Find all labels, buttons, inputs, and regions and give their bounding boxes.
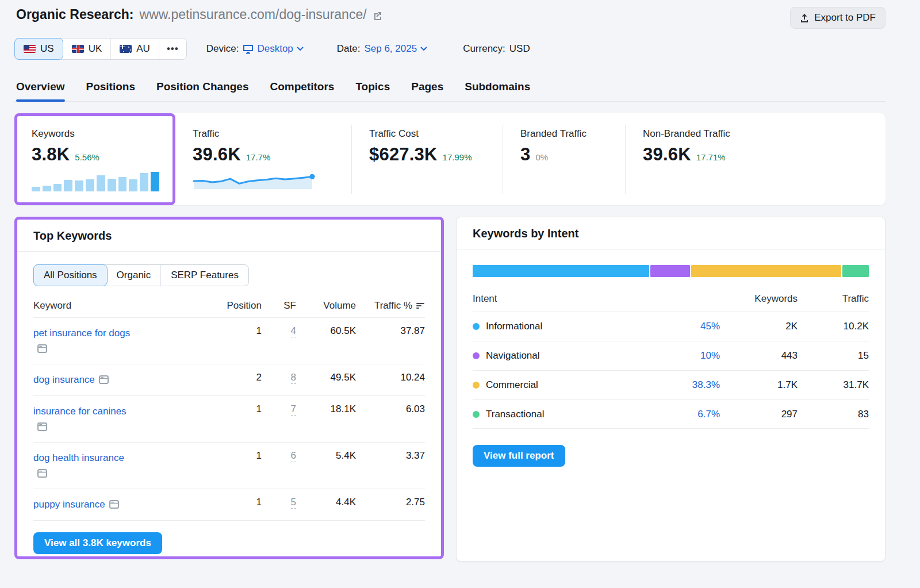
metric-traffic-delta: 17.7% (246, 152, 271, 162)
volume-value: 60.5K (296, 325, 356, 337)
sf-value[interactable]: 7 (291, 403, 296, 416)
view-all-keywords-button[interactable]: View all 3.8K keywords (33, 532, 162, 554)
export-to-pdf-button[interactable]: Export to PDF (790, 7, 885, 29)
table-row: dog health insurance 1 6 5.4K 3.37 (33, 442, 425, 489)
volume-value: 4.4K (296, 497, 356, 508)
keyword-link[interactable]: dog health insurance (33, 450, 134, 481)
keyword-link[interactable]: dog insurance (33, 372, 109, 387)
currency-filter: Currency: USD (463, 43, 530, 55)
metric-keywords: Keywords 3.8K 5.56% (14, 113, 175, 205)
keyword-link[interactable]: puppy insurance (33, 497, 119, 512)
metric-branded-delta: 0% (535, 152, 548, 162)
currency-value: USD (509, 43, 530, 55)
top-keywords-title: Top Keywords (17, 220, 441, 252)
intent-traffic-value: 10.2K (798, 321, 869, 332)
metric-keywords-label: Keywords (32, 128, 172, 140)
tab-position-changes[interactable]: Position Changes (156, 78, 248, 101)
metric-non-branded-delta: 17.71% (696, 152, 726, 162)
sf-value[interactable]: 8 (291, 372, 296, 384)
tab-subdomains[interactable]: Subdomains (465, 78, 530, 101)
intent-row-navigational: Navigational 10% 443 15 (473, 341, 869, 370)
intent-label: Transactional (486, 409, 544, 420)
commercial-dot-icon (473, 382, 480, 389)
metrics-summary-card: Keywords 3.8K 5.56% Traffic 39.6K 17.7% (14, 113, 885, 205)
country-au-button[interactable]: AU (111, 39, 159, 59)
col-intent: Intent (473, 293, 658, 305)
metric-branded-traffic: Branded Traffic 3 0% (503, 113, 625, 205)
intent-keywords-value: 297 (720, 409, 798, 420)
tab-competitors[interactable]: Competitors (270, 78, 334, 101)
segment-serp-features[interactable]: SERP Features (161, 265, 248, 286)
view-full-report-button[interactable]: View full report (473, 445, 565, 467)
intent-segment-transactional[interactable] (842, 265, 869, 277)
segment-organic[interactable]: Organic (107, 265, 162, 286)
intent-row-transactional: Transactional 6.7% 297 83 (473, 399, 869, 429)
col-traffic: Traffic (798, 293, 869, 305)
volume-value: 49.5K (296, 372, 356, 383)
page-header: Organic Research: www.petinsurance.com/d… (14, 0, 885, 29)
intent-label: Navigational (486, 350, 540, 362)
country-us-button[interactable]: US (14, 38, 63, 60)
volume-value: 18.1K (296, 403, 356, 415)
intent-table: Intent Keywords Traffic Informational 45… (473, 290, 869, 429)
sf-value[interactable]: 6 (291, 450, 296, 462)
transactional-dot-icon (473, 411, 480, 418)
intent-percent-link[interactable]: 38.3% (692, 379, 720, 390)
traffic-pct-value: 6.03 (356, 403, 425, 415)
keywords-by-intent-title: Keywords by Intent (457, 217, 885, 249)
keyword-link[interactable]: pet insurance for dogs (33, 325, 134, 356)
title-wrap: Organic Research: www.petinsurance.com/d… (14, 7, 383, 22)
intent-percent-link[interactable]: 45% (700, 321, 720, 332)
report-url: www.petinsurance.com/dog-insurance/ (140, 7, 367, 22)
intent-segment-informational[interactable] (473, 265, 649, 277)
intent-footer: View full report (473, 445, 869, 467)
intent-row-commercial: Commercial 38.3% 1.7K 31.7K (473, 370, 869, 399)
position-value: 1 (211, 497, 262, 508)
export-icon (800, 13, 809, 23)
intent-traffic-value: 15 (798, 350, 869, 362)
serp-preview-icon[interactable] (37, 469, 47, 478)
table-header: Keyword Position SF Volume Traffic % (33, 295, 425, 317)
metric-traffic-cost-delta: 17.99% (443, 152, 472, 162)
date-selector[interactable]: Sep 6, 2025 (364, 43, 427, 55)
positions-segmented-control: All Positions Organic SERP Features (33, 264, 249, 286)
intent-percent-link[interactable]: 10% (700, 350, 720, 361)
serp-preview-icon[interactable] (99, 375, 109, 384)
intent-percent-link[interactable]: 6.7% (697, 409, 720, 420)
tab-overview[interactable]: Overview (16, 78, 65, 101)
table-header: Intent Keywords Traffic (473, 290, 869, 312)
sf-value[interactable]: 5 (291, 497, 296, 509)
metric-traffic-label: Traffic (193, 128, 351, 140)
tab-positions[interactable]: Positions (86, 78, 136, 101)
device-value: Desktop (257, 43, 293, 55)
traffic-trend-sparkline (193, 170, 351, 191)
sf-value[interactable]: 4 (291, 325, 296, 337)
serp-preview-icon[interactable] (109, 500, 119, 509)
col-keyword: Keyword (33, 300, 211, 312)
intent-segment-navigational[interactable] (650, 265, 689, 277)
intent-traffic-value: 83 (798, 409, 869, 420)
serp-preview-icon[interactable] (37, 422, 47, 431)
segment-all-positions[interactable]: All Positions (33, 264, 108, 286)
sort-desc-icon (416, 302, 425, 309)
external-link-icon[interactable] (373, 10, 383, 21)
report-tabs: Overview Positions Position Changes Comp… (14, 78, 885, 102)
date-value: Sep 6, 2025 (364, 43, 417, 55)
country-uk-button[interactable]: UK (63, 39, 112, 59)
currency-label: Currency: (463, 43, 505, 55)
metric-traffic-cost: Traffic Cost $627.3K 17.99% (352, 113, 503, 205)
traffic-pct-value: 10.24 (356, 372, 425, 383)
tab-topics[interactable]: Topics (355, 78, 390, 101)
monitor-icon (243, 44, 254, 54)
tab-pages[interactable]: Pages (411, 78, 443, 101)
keyword-link[interactable]: insurance for canines (33, 403, 134, 435)
col-keywords: Keywords (720, 293, 798, 305)
device-selector[interactable]: Desktop (243, 43, 303, 55)
more-countries-button[interactable]: ••• (159, 39, 186, 59)
intent-distribution-bar (473, 265, 869, 277)
intent-segment-commercial[interactable] (691, 265, 842, 277)
col-volume: Volume (296, 300, 356, 312)
position-value: 1 (211, 325, 262, 337)
serp-preview-icon[interactable] (37, 344, 47, 353)
col-traffic-pct[interactable]: Traffic % (356, 300, 425, 312)
